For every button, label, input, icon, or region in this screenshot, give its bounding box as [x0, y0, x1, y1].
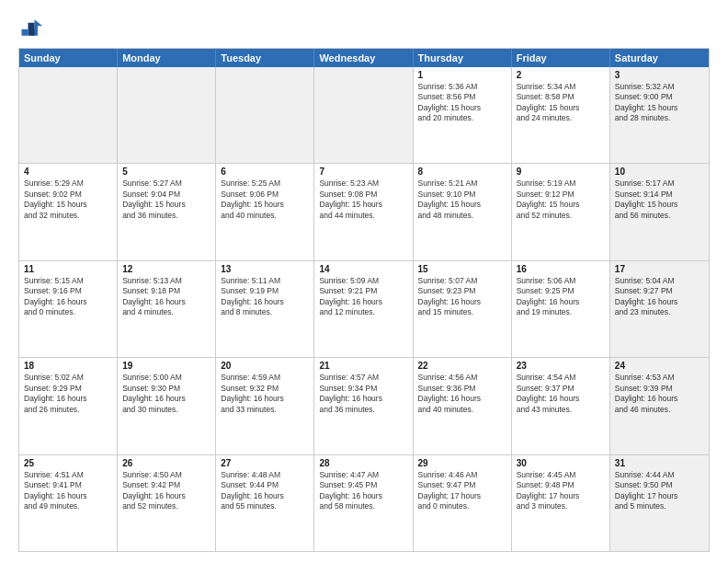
day-number: 11 [24, 264, 112, 274]
day-cell-23: 23Sunrise: 4:54 AM Sunset: 9:37 PM Dayli… [512, 358, 610, 454]
logo [18, 15, 48, 40]
week-row-2: 4Sunrise: 5:29 AM Sunset: 9:02 PM Daylig… [19, 163, 709, 259]
day-cell-5: 5Sunrise: 5:27 AM Sunset: 9:04 PM Daylig… [118, 164, 216, 259]
day-cell-16: 16Sunrise: 5:06 AM Sunset: 9:25 PM Dayli… [512, 261, 610, 357]
day-cell-30: 30Sunrise: 4:45 AM Sunset: 9:48 PM Dayli… [512, 455, 610, 551]
svg-rect-3 [22, 29, 28, 36]
week-row-4: 18Sunrise: 5:02 AM Sunset: 9:29 PM Dayli… [19, 357, 709, 454]
day-cell-11: 11Sunrise: 5:15 AM Sunset: 9:16 PM Dayli… [19, 261, 118, 357]
empty-cell [216, 67, 314, 163]
day-cell-4: 4Sunrise: 5:29 AM Sunset: 9:02 PM Daylig… [19, 164, 118, 259]
calendar-header: SundayMondayTuesdayWednesdayThursdayFrid… [19, 49, 709, 67]
day-cell-13: 13Sunrise: 5:11 AM Sunset: 9:19 PM Dayli… [216, 261, 314, 357]
day-info: Sunrise: 4:56 AM Sunset: 9:36 PM Dayligh… [418, 373, 506, 415]
day-info: Sunrise: 5:17 AM Sunset: 9:14 PM Dayligh… [615, 178, 704, 221]
day-cell-15: 15Sunrise: 5:07 AM Sunset: 9:23 PM Dayli… [414, 261, 512, 357]
header-day-tuesday: Tuesday [216, 49, 314, 67]
day-cell-3: 3Sunrise: 5:32 AM Sunset: 9:00 PM Daylig… [610, 67, 709, 163]
day-number: 26 [122, 458, 210, 468]
day-cell-28: 28Sunrise: 4:47 AM Sunset: 9:45 PM Dayli… [314, 455, 413, 551]
day-number: 14 [319, 264, 407, 274]
day-info: Sunrise: 5:32 AM Sunset: 9:00 PM Dayligh… [615, 82, 704, 124]
day-number: 31 [615, 458, 704, 468]
day-info: Sunrise: 4:44 AM Sunset: 9:50 PM Dayligh… [615, 470, 704, 512]
header-day-friday: Friday [512, 49, 610, 67]
day-cell-7: 7Sunrise: 5:23 AM Sunset: 9:08 PM Daylig… [314, 164, 413, 259]
day-info: Sunrise: 4:51 AM Sunset: 9:41 PM Dayligh… [24, 470, 112, 512]
day-number: 28 [319, 458, 407, 468]
svg-marker-2 [28, 23, 35, 36]
header [18, 15, 710, 40]
day-info: Sunrise: 4:47 AM Sunset: 9:45 PM Dayligh… [319, 470, 407, 512]
calendar: SundayMondayTuesdayWednesdayThursdayFrid… [18, 48, 710, 552]
day-number: 6 [221, 167, 309, 177]
day-number: 8 [418, 167, 506, 177]
day-number: 9 [517, 167, 605, 177]
day-info: Sunrise: 5:02 AM Sunset: 9:29 PM Dayligh… [24, 373, 112, 415]
day-cell-18: 18Sunrise: 5:02 AM Sunset: 9:29 PM Dayli… [19, 358, 118, 454]
day-cell-24: 24Sunrise: 4:53 AM Sunset: 9:39 PM Dayli… [610, 358, 709, 454]
day-info: Sunrise: 5:29 AM Sunset: 9:02 PM Dayligh… [24, 178, 112, 221]
day-cell-29: 29Sunrise: 4:46 AM Sunset: 9:47 PM Dayli… [414, 455, 512, 551]
day-number: 16 [517, 264, 605, 274]
week-row-3: 11Sunrise: 5:15 AM Sunset: 9:16 PM Dayli… [19, 260, 709, 357]
day-cell-31: 31Sunrise: 4:44 AM Sunset: 9:50 PM Dayli… [610, 455, 709, 551]
day-number: 10 [615, 167, 704, 177]
header-day-wednesday: Wednesday [314, 49, 413, 67]
day-info: Sunrise: 5:19 AM Sunset: 9:12 PM Dayligh… [517, 178, 605, 221]
day-cell-27: 27Sunrise: 4:48 AM Sunset: 9:44 PM Dayli… [216, 455, 314, 551]
day-info: Sunrise: 5:21 AM Sunset: 9:10 PM Dayligh… [418, 178, 506, 221]
day-number: 21 [319, 361, 407, 371]
day-cell-8: 8Sunrise: 5:21 AM Sunset: 9:10 PM Daylig… [414, 164, 512, 259]
day-number: 30 [517, 458, 605, 468]
day-number: 5 [122, 167, 210, 177]
day-number: 15 [418, 264, 506, 274]
day-number: 20 [221, 361, 309, 371]
day-number: 22 [418, 361, 506, 371]
day-cell-10: 10Sunrise: 5:17 AM Sunset: 9:14 PM Dayli… [610, 164, 709, 259]
day-cell-26: 26Sunrise: 4:50 AM Sunset: 9:42 PM Dayli… [118, 455, 216, 551]
day-cell-1: 1Sunrise: 5:36 AM Sunset: 8:56 PM Daylig… [414, 67, 512, 163]
day-cell-20: 20Sunrise: 4:59 AM Sunset: 9:32 PM Dayli… [216, 358, 314, 454]
day-number: 13 [221, 264, 309, 274]
day-info: Sunrise: 5:36 AM Sunset: 8:56 PM Dayligh… [418, 82, 506, 124]
day-number: 4 [24, 167, 112, 177]
day-info: Sunrise: 5:23 AM Sunset: 9:08 PM Dayligh… [319, 178, 407, 221]
logo-icon [18, 15, 44, 40]
day-number: 27 [221, 458, 309, 468]
day-info: Sunrise: 5:15 AM Sunset: 9:16 PM Dayligh… [24, 276, 112, 318]
day-info: Sunrise: 4:45 AM Sunset: 9:48 PM Dayligh… [517, 470, 605, 512]
day-info: Sunrise: 5:34 AM Sunset: 8:58 PM Dayligh… [517, 82, 605, 124]
day-cell-17: 17Sunrise: 5:04 AM Sunset: 9:27 PM Dayli… [610, 261, 709, 357]
day-info: Sunrise: 5:13 AM Sunset: 9:18 PM Dayligh… [122, 276, 210, 318]
header-day-thursday: Thursday [414, 49, 512, 67]
day-info: Sunrise: 4:48 AM Sunset: 9:44 PM Dayligh… [221, 470, 309, 512]
day-info: Sunrise: 5:07 AM Sunset: 9:23 PM Dayligh… [418, 276, 506, 318]
day-info: Sunrise: 4:46 AM Sunset: 9:47 PM Dayligh… [418, 470, 506, 512]
day-info: Sunrise: 4:50 AM Sunset: 9:42 PM Dayligh… [122, 470, 210, 512]
day-info: Sunrise: 5:09 AM Sunset: 9:21 PM Dayligh… [319, 276, 407, 318]
day-number: 23 [517, 361, 605, 371]
day-cell-14: 14Sunrise: 5:09 AM Sunset: 9:21 PM Dayli… [314, 261, 413, 357]
day-number: 1 [418, 70, 506, 80]
day-number: 17 [615, 264, 704, 274]
header-day-sunday: Sunday [19, 49, 118, 67]
empty-cell [118, 67, 216, 163]
day-info: Sunrise: 5:27 AM Sunset: 9:04 PM Dayligh… [122, 178, 210, 221]
calendar-body: 1Sunrise: 5:36 AM Sunset: 8:56 PM Daylig… [19, 67, 709, 551]
day-cell-21: 21Sunrise: 4:57 AM Sunset: 9:34 PM Dayli… [314, 358, 413, 454]
day-number: 19 [122, 361, 210, 371]
header-day-saturday: Saturday [610, 49, 709, 67]
day-number: 25 [24, 458, 112, 468]
day-cell-2: 2Sunrise: 5:34 AM Sunset: 8:58 PM Daylig… [512, 67, 610, 163]
day-info: Sunrise: 5:04 AM Sunset: 9:27 PM Dayligh… [615, 276, 704, 318]
day-info: Sunrise: 4:57 AM Sunset: 9:34 PM Dayligh… [319, 373, 407, 415]
day-number: 2 [517, 70, 605, 80]
day-info: Sunrise: 5:11 AM Sunset: 9:19 PM Dayligh… [221, 276, 309, 318]
day-cell-25: 25Sunrise: 4:51 AM Sunset: 9:41 PM Dayli… [19, 455, 118, 551]
day-info: Sunrise: 5:25 AM Sunset: 9:06 PM Dayligh… [221, 178, 309, 221]
day-number: 24 [615, 361, 704, 371]
day-info: Sunrise: 4:54 AM Sunset: 9:37 PM Dayligh… [517, 373, 605, 415]
header-day-monday: Monday [118, 49, 216, 67]
day-info: Sunrise: 5:00 AM Sunset: 9:30 PM Dayligh… [122, 373, 210, 415]
